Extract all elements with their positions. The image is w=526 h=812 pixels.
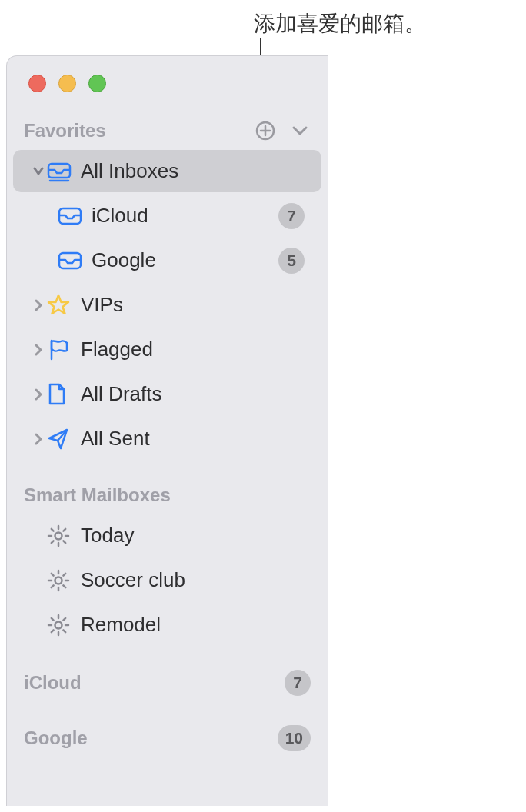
sidebar-item-icloud-inbox[interactable]: iCloud 7 <box>13 195 321 237</box>
sidebar-item-vips[interactable]: VIPs <box>13 284 321 326</box>
fullscreen-window-button[interactable] <box>88 75 106 92</box>
star-icon <box>47 294 81 317</box>
smart-mailboxes-header: Smart Mailboxes <box>7 478 328 512</box>
account-header-icloud[interactable]: iCloud 7 <box>7 664 328 701</box>
plus-circle-icon <box>255 120 276 141</box>
sidebar-item-google-inbox[interactable]: Google 5 <box>13 239 321 281</box>
gear-icon <box>47 569 81 592</box>
svg-line-35 <box>63 617 65 620</box>
inbox-icon <box>58 207 92 225</box>
favorites-header: Favorites <box>7 114 328 148</box>
chevron-down-icon <box>291 125 308 136</box>
add-favorite-button[interactable] <box>254 119 277 142</box>
svg-line-26 <box>63 573 65 575</box>
svg-line-24 <box>63 585 65 587</box>
disclosure-toggle[interactable] <box>30 343 47 357</box>
chevron-right-icon <box>34 388 43 401</box>
sidebar-item-label: All Sent <box>81 427 305 451</box>
sidebar-item-all-drafts[interactable]: All Drafts <box>13 373 321 415</box>
smart-mailboxes-label: Smart Mailboxes <box>24 484 311 506</box>
sidebar-item-label: iCloud <box>92 204 278 228</box>
sidebar-item-all-sent[interactable]: All Sent <box>13 418 321 460</box>
sidebar-item-label: All Drafts <box>81 382 305 406</box>
sidebar-item-label: VIPs <box>81 293 305 317</box>
chevron-right-icon <box>34 432 43 446</box>
flag-icon <box>47 338 81 361</box>
svg-line-32 <box>52 617 54 620</box>
inbox-icon <box>58 251 92 270</box>
svg-line-34 <box>52 630 54 632</box>
sent-icon <box>47 428 81 451</box>
gear-icon <box>47 614 81 637</box>
sidebar-item-label: All Inboxes <box>81 159 305 183</box>
svg-point-27 <box>55 621 62 628</box>
favorites-label: Favorites <box>24 120 254 141</box>
close-window-button[interactable] <box>28 75 46 92</box>
traffic-lights <box>7 56 328 92</box>
account-header-google[interactable]: Google 10 <box>7 720 328 757</box>
inbox-stack-icon <box>47 161 81 182</box>
chevron-right-icon <box>34 298 43 312</box>
disclosure-toggle[interactable] <box>30 165 47 178</box>
disclosure-toggle[interactable] <box>30 298 47 312</box>
svg-line-25 <box>52 585 54 587</box>
sidebar-item-label: Remodel <box>81 613 305 637</box>
sidebar-item-label: Today <box>81 524 305 547</box>
gear-icon <box>47 524 81 547</box>
sidebar-item-label: Soccer club <box>81 568 305 592</box>
sidebar-item-smart-remodel[interactable]: Remodel <box>13 604 321 646</box>
svg-point-9 <box>55 532 62 539</box>
minimize-window-button[interactable] <box>58 75 76 92</box>
sidebar-item-smart-today[interactable]: Today <box>13 514 321 557</box>
mail-sidebar-window: Favorites <box>6 55 328 806</box>
account-label: Google <box>24 727 278 749</box>
svg-line-33 <box>63 630 65 632</box>
account-label: iCloud <box>24 672 285 694</box>
unread-badge: 10 <box>278 725 311 751</box>
disclosure-toggle[interactable] <box>30 388 47 401</box>
sidebar-item-all-inboxes[interactable]: All Inboxes <box>13 150 321 192</box>
disclosure-toggle[interactable] <box>30 432 47 446</box>
callout-text: 添加喜爱的邮箱。 <box>254 9 426 38</box>
chevron-down-icon <box>33 165 44 178</box>
svg-point-18 <box>55 577 62 584</box>
chevron-right-icon <box>34 343 43 357</box>
unread-badge: 7 <box>278 203 305 229</box>
favorites-expand-toggle[interactable] <box>289 120 311 141</box>
svg-line-15 <box>63 541 65 543</box>
svg-line-14 <box>52 528 54 531</box>
svg-line-23 <box>52 573 54 575</box>
sidebar-item-label: Google <box>92 248 278 272</box>
sidebar-item-flagged[interactable]: Flagged <box>13 328 321 371</box>
draft-icon <box>47 383 81 406</box>
unread-badge: 7 <box>285 670 311 696</box>
svg-line-16 <box>52 541 54 543</box>
sidebar-item-label: Flagged <box>81 338 305 361</box>
unread-badge: 5 <box>278 248 305 274</box>
sidebar-item-smart-soccer[interactable]: Soccer club <box>13 559 321 601</box>
svg-line-17 <box>63 528 65 531</box>
